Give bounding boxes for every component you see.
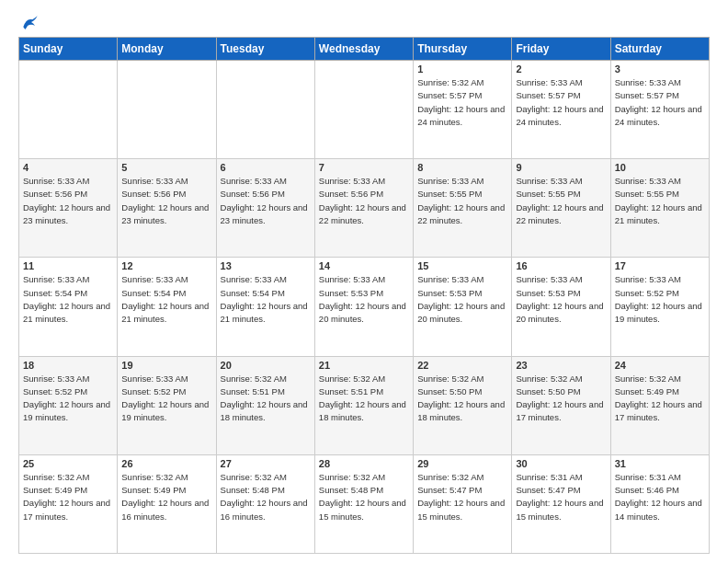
page: SundayMondayTuesdayWednesdayThursdayFrid…	[0, 0, 728, 563]
weekday-header: Friday	[512, 38, 610, 61]
calendar-cell: 27Sunrise: 5:32 AMSunset: 5:48 PMDayligh…	[216, 454, 314, 553]
calendar-cell: 23Sunrise: 5:32 AMSunset: 5:50 PMDayligh…	[512, 356, 610, 454]
day-number: 20	[221, 360, 311, 371]
calendar-cell: 4Sunrise: 5:33 AMSunset: 5:56 PMDaylight…	[19, 159, 118, 258]
calendar-week-row: 4Sunrise: 5:33 AMSunset: 5:56 PMDaylight…	[19, 159, 710, 258]
logo-text	[18, 15, 39, 33]
calendar-cell: 5Sunrise: 5:33 AMSunset: 5:56 PMDaylight…	[118, 159, 216, 258]
day-info: Sunrise: 5:33 AMSunset: 5:55 PMDaylight:…	[615, 175, 705, 227]
calendar-cell	[118, 61, 216, 159]
calendar-cell: 17Sunrise: 5:33 AMSunset: 5:52 PMDayligh…	[610, 258, 709, 356]
weekday-header: Wednesday	[314, 38, 413, 61]
day-number: 18	[23, 360, 113, 371]
day-number: 13	[221, 260, 311, 271]
weekday-header: Thursday	[414, 38, 512, 61]
day-info: Sunrise: 5:32 AMSunset: 5:57 PMDaylight:…	[417, 76, 507, 129]
day-info: Sunrise: 5:33 AMSunset: 5:54 PMDaylight:…	[221, 273, 311, 326]
day-number: 15	[417, 260, 507, 271]
calendar-cell: 7Sunrise: 5:33 AMSunset: 5:56 PMDaylight…	[314, 159, 413, 258]
day-info: Sunrise: 5:33 AMSunset: 5:56 PMDaylight:…	[319, 175, 409, 227]
calendar-cell: 21Sunrise: 5:32 AMSunset: 5:51 PMDayligh…	[314, 356, 413, 454]
header	[18, 15, 710, 29]
day-info: Sunrise: 5:31 AMSunset: 5:46 PMDaylight:…	[615, 471, 705, 523]
calendar-cell	[314, 61, 413, 159]
calendar-header-row: SundayMondayTuesdayWednesdayThursdayFrid…	[19, 38, 710, 61]
logo	[18, 15, 39, 29]
day-number: 9	[516, 162, 606, 173]
day-number: 1	[417, 63, 507, 75]
day-info: Sunrise: 5:33 AMSunset: 5:55 PMDaylight:…	[417, 175, 507, 227]
calendar-cell: 6Sunrise: 5:33 AMSunset: 5:56 PMDaylight…	[216, 159, 314, 258]
day-number: 14	[319, 260, 409, 271]
day-number: 22	[417, 360, 507, 371]
calendar-cell: 3Sunrise: 5:33 AMSunset: 5:57 PMDaylight…	[610, 61, 709, 159]
day-info: Sunrise: 5:33 AMSunset: 5:56 PMDaylight:…	[121, 175, 211, 227]
weekday-header: Monday	[118, 38, 216, 61]
day-info: Sunrise: 5:33 AMSunset: 5:52 PMDaylight:…	[23, 373, 113, 425]
day-info: Sunrise: 5:32 AMSunset: 5:50 PMDaylight:…	[417, 373, 507, 425]
day-info: Sunrise: 5:33 AMSunset: 5:53 PMDaylight:…	[417, 273, 507, 326]
day-number: 16	[516, 260, 606, 271]
day-info: Sunrise: 5:33 AMSunset: 5:55 PMDaylight:…	[516, 175, 606, 227]
calendar-cell: 13Sunrise: 5:33 AMSunset: 5:54 PMDayligh…	[216, 258, 314, 356]
day-info: Sunrise: 5:33 AMSunset: 5:53 PMDaylight:…	[516, 273, 606, 326]
weekday-header: Sunday	[19, 38, 118, 61]
day-number: 19	[121, 360, 211, 371]
day-number: 12	[121, 260, 211, 271]
day-info: Sunrise: 5:33 AMSunset: 5:52 PMDaylight:…	[615, 273, 705, 326]
day-number: 2	[516, 63, 606, 75]
calendar-cell: 14Sunrise: 5:33 AMSunset: 5:53 PMDayligh…	[314, 258, 413, 356]
calendar-cell: 11Sunrise: 5:33 AMSunset: 5:54 PMDayligh…	[19, 258, 118, 356]
day-info: Sunrise: 5:31 AMSunset: 5:47 PMDaylight:…	[516, 471, 606, 523]
day-number: 17	[615, 260, 705, 271]
logo-bird-icon	[20, 15, 39, 33]
day-number: 11	[23, 260, 113, 271]
day-info: Sunrise: 5:32 AMSunset: 5:48 PMDaylight:…	[221, 471, 311, 523]
day-info: Sunrise: 5:32 AMSunset: 5:50 PMDaylight:…	[516, 373, 606, 425]
calendar-week-row: 1Sunrise: 5:32 AMSunset: 5:57 PMDaylight…	[19, 61, 710, 159]
day-info: Sunrise: 5:32 AMSunset: 5:49 PMDaylight:…	[121, 471, 211, 523]
day-number: 26	[121, 458, 211, 469]
weekday-header: Tuesday	[216, 38, 314, 61]
calendar-table: SundayMondayTuesdayWednesdayThursdayFrid…	[18, 37, 710, 554]
calendar-cell: 20Sunrise: 5:32 AMSunset: 5:51 PMDayligh…	[216, 356, 314, 454]
calendar-cell: 16Sunrise: 5:33 AMSunset: 5:53 PMDayligh…	[512, 258, 610, 356]
calendar-cell: 26Sunrise: 5:32 AMSunset: 5:49 PMDayligh…	[118, 454, 216, 553]
day-info: Sunrise: 5:33 AMSunset: 5:57 PMDaylight:…	[615, 76, 705, 129]
day-info: Sunrise: 5:32 AMSunset: 5:49 PMDaylight:…	[615, 373, 705, 425]
day-info: Sunrise: 5:33 AMSunset: 5:54 PMDaylight:…	[23, 273, 113, 326]
calendar-cell: 31Sunrise: 5:31 AMSunset: 5:46 PMDayligh…	[610, 454, 709, 553]
day-number: 3	[615, 63, 705, 75]
calendar-cell: 30Sunrise: 5:31 AMSunset: 5:47 PMDayligh…	[512, 454, 610, 553]
day-info: Sunrise: 5:33 AMSunset: 5:52 PMDaylight:…	[121, 373, 211, 425]
day-info: Sunrise: 5:33 AMSunset: 5:54 PMDaylight:…	[121, 273, 211, 326]
day-number: 23	[516, 360, 606, 371]
day-number: 29	[417, 458, 507, 469]
day-info: Sunrise: 5:33 AMSunset: 5:56 PMDaylight:…	[23, 175, 113, 227]
day-info: Sunrise: 5:32 AMSunset: 5:51 PMDaylight:…	[319, 373, 409, 425]
day-number: 5	[121, 162, 211, 173]
day-number: 8	[417, 162, 507, 173]
day-info: Sunrise: 5:32 AMSunset: 5:49 PMDaylight:…	[23, 471, 113, 523]
calendar-cell: 24Sunrise: 5:32 AMSunset: 5:49 PMDayligh…	[610, 356, 709, 454]
day-number: 30	[516, 458, 606, 469]
calendar-week-row: 25Sunrise: 5:32 AMSunset: 5:49 PMDayligh…	[19, 454, 710, 553]
day-info: Sunrise: 5:33 AMSunset: 5:53 PMDaylight:…	[319, 273, 409, 326]
calendar-cell: 18Sunrise: 5:33 AMSunset: 5:52 PMDayligh…	[19, 356, 118, 454]
calendar-cell: 25Sunrise: 5:32 AMSunset: 5:49 PMDayligh…	[19, 454, 118, 553]
day-number: 7	[319, 162, 409, 173]
day-info: Sunrise: 5:32 AMSunset: 5:48 PMDaylight:…	[319, 471, 409, 523]
day-info: Sunrise: 5:32 AMSunset: 5:47 PMDaylight:…	[417, 471, 507, 523]
calendar-cell	[19, 61, 118, 159]
day-number: 6	[221, 162, 311, 173]
calendar-cell: 9Sunrise: 5:33 AMSunset: 5:55 PMDaylight…	[512, 159, 610, 258]
calendar-week-row: 11Sunrise: 5:33 AMSunset: 5:54 PMDayligh…	[19, 258, 710, 356]
calendar-cell: 12Sunrise: 5:33 AMSunset: 5:54 PMDayligh…	[118, 258, 216, 356]
calendar-cell	[216, 61, 314, 159]
weekday-header: Saturday	[610, 38, 709, 61]
calendar-cell: 28Sunrise: 5:32 AMSunset: 5:48 PMDayligh…	[314, 454, 413, 553]
day-number: 21	[319, 360, 409, 371]
calendar-week-row: 18Sunrise: 5:33 AMSunset: 5:52 PMDayligh…	[19, 356, 710, 454]
calendar-cell: 29Sunrise: 5:32 AMSunset: 5:47 PMDayligh…	[414, 454, 512, 553]
day-number: 4	[23, 162, 113, 173]
